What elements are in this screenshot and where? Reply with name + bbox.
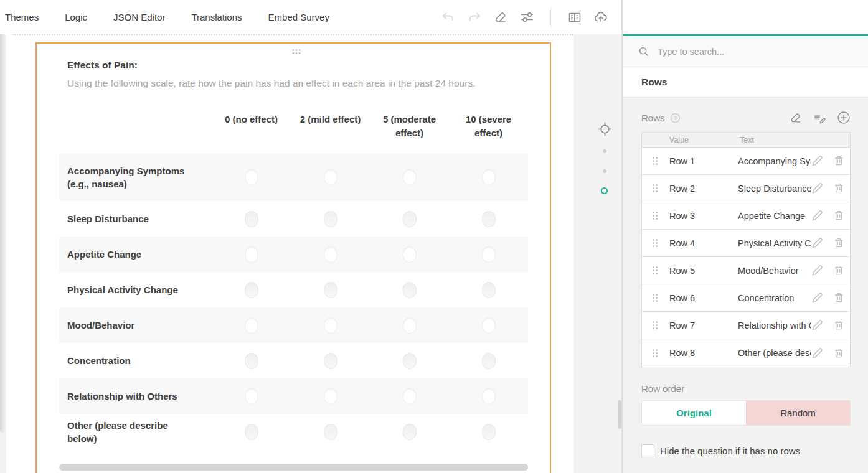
matrix-radio[interactable] [482, 282, 496, 298]
edit-row-pencil-icon[interactable] [811, 264, 824, 277]
row-drag-handle-icon[interactable] [653, 294, 654, 296]
matrix-radio[interactable] [245, 169, 258, 185]
matrix-radio[interactable] [324, 246, 337, 263]
matrix-radio[interactable] [403, 246, 417, 263]
row-drag-handle-icon[interactable] [653, 212, 654, 213]
matrix-radio[interactable] [245, 317, 258, 334]
edit-row-pencil-icon[interactable] [811, 154, 824, 167]
question-description[interactable]: Using the following scale, rate how the … [67, 78, 550, 89]
row-value-cell[interactable]: Row 3 [669, 211, 738, 221]
question-title[interactable]: Effects of Pain: [67, 60, 550, 71]
matrix-radio[interactable] [403, 211, 417, 227]
matrix-radio[interactable] [324, 282, 337, 298]
redo-icon[interactable] [467, 10, 482, 25]
matrix-radio[interactable] [245, 388, 258, 405]
left-scrollbar-thumb[interactable] [0, 34, 6, 433]
row-text-cell[interactable]: Mood/Behavior [738, 266, 811, 276]
preview-book-icon[interactable] [567, 10, 582, 25]
matrix-radio[interactable] [403, 282, 417, 298]
matrix-radio[interactable] [324, 424, 337, 440]
delete-row-trash-icon[interactable] [833, 182, 845, 195]
row-drag-handle-icon[interactable] [653, 266, 654, 268]
hide-question-checkbox[interactable] [641, 444, 654, 457]
delete-row-trash-icon[interactable] [833, 347, 845, 360]
panel-section-title[interactable]: Rows [623, 67, 868, 98]
delete-row-trash-icon[interactable] [833, 236, 845, 250]
edit-row-pencil-icon[interactable] [811, 291, 824, 304]
clear-rows-eraser-icon[interactable] [789, 111, 803, 124]
tab-logic[interactable]: Logic [65, 12, 87, 22]
row-value-cell[interactable]: Row 2 [669, 184, 738, 194]
row-drag-handle-icon[interactable] [653, 184, 654, 186]
matrix-radio[interactable] [245, 424, 258, 440]
row-value-cell[interactable]: Row 5 [669, 266, 738, 276]
matrix-radio[interactable] [482, 424, 496, 440]
matrix-radio[interactable] [324, 388, 337, 405]
page-navigator-dot[interactable] [603, 169, 606, 173]
tab-embed-survey[interactable]: Embed Survey [268, 12, 329, 22]
matrix-radio[interactable] [403, 169, 417, 185]
search-input[interactable] [658, 47, 832, 57]
delete-row-trash-icon[interactable] [833, 319, 845, 332]
add-row-plus-icon[interactable] [837, 111, 851, 124]
matrix-radio[interactable] [482, 211, 496, 227]
row-value-cell[interactable]: Row 8 [669, 348, 738, 358]
tab-themes[interactable]: Themes [5, 12, 39, 22]
matrix-radio[interactable] [245, 282, 258, 298]
help-question-icon[interactable]: ? [670, 113, 681, 123]
matrix-radio[interactable] [324, 211, 337, 227]
row-text-cell[interactable]: Accompanying Symptoms (e.g., nausea) [738, 156, 811, 166]
left-scrollbar-track[interactable] [0, 34, 6, 473]
question-drag-handle-icon[interactable] [293, 49, 295, 51]
edit-row-pencil-icon[interactable] [811, 347, 824, 360]
edit-row-pencil-icon[interactable] [811, 182, 824, 195]
tab-json-editor[interactable]: JSON Editor [113, 12, 165, 22]
matrix-radio[interactable] [403, 353, 417, 369]
row-drag-handle-icon[interactable] [653, 157, 654, 159]
row-order-random-button[interactable]: Random [746, 401, 850, 425]
eraser-icon[interactable] [493, 10, 508, 25]
publish-cloud-upload-icon[interactable] [593, 10, 608, 25]
row-drag-handle-icon[interactable] [653, 321, 654, 323]
matrix-radio[interactable] [403, 317, 417, 334]
delete-row-trash-icon[interactable] [833, 154, 845, 167]
row-text-cell[interactable]: Concentration [738, 293, 811, 303]
tab-translations[interactable]: Translations [191, 12, 242, 22]
row-drag-handle-icon[interactable] [653, 349, 654, 351]
row-value-cell[interactable]: Row 7 [669, 321, 738, 330]
matrix-radio[interactable] [324, 353, 337, 369]
matrix-radio[interactable] [403, 424, 417, 440]
matrix-radio[interactable] [482, 388, 496, 405]
matrix-radio[interactable] [482, 246, 496, 263]
row-text-cell[interactable]: Appetite Change [738, 211, 811, 221]
matrix-radio[interactable] [482, 169, 496, 185]
row-text-cell[interactable]: Sleep Disturbance [738, 184, 811, 194]
row-text-cell[interactable]: Physical Activity Change [738, 238, 811, 248]
edit-row-pencil-icon[interactable] [811, 236, 824, 250]
row-text-cell[interactable]: Relationship with Others [738, 321, 811, 330]
settings-sliders-icon[interactable] [519, 10, 534, 25]
page-navigator-dot[interactable] [603, 149, 606, 153]
edit-row-pencil-icon[interactable] [811, 209, 824, 222]
matrix-radio[interactable] [324, 317, 337, 334]
batch-edit-icon[interactable] [813, 111, 826, 124]
edit-row-pencil-icon[interactable] [811, 319, 824, 332]
matrix-radio[interactable] [482, 317, 496, 334]
matrix-radio[interactable] [403, 388, 417, 405]
row-order-original-button[interactable]: Original [642, 401, 746, 425]
question-card[interactable]: Effects of Pain: Using the following sca… [35, 42, 551, 473]
undo-icon[interactable] [441, 10, 456, 25]
delete-row-trash-icon[interactable] [833, 209, 845, 222]
row-drag-handle-icon[interactable] [653, 239, 654, 241]
matrix-radio[interactable] [324, 169, 337, 185]
delete-row-trash-icon[interactable] [833, 264, 845, 277]
panel-splitter[interactable] [621, 0, 623, 473]
page-navigator-current-dot[interactable] [601, 187, 608, 194]
row-text-cell[interactable]: Other (please describe below) [738, 348, 811, 358]
matrix-radio[interactable] [245, 246, 258, 263]
row-value-cell[interactable]: Row 1 [669, 156, 738, 166]
matrix-radio[interactable] [482, 353, 496, 369]
row-value-cell[interactable]: Row 6 [669, 293, 738, 303]
matrix-radio[interactable] [245, 211, 258, 227]
focus-page-icon[interactable] [597, 121, 613, 138]
